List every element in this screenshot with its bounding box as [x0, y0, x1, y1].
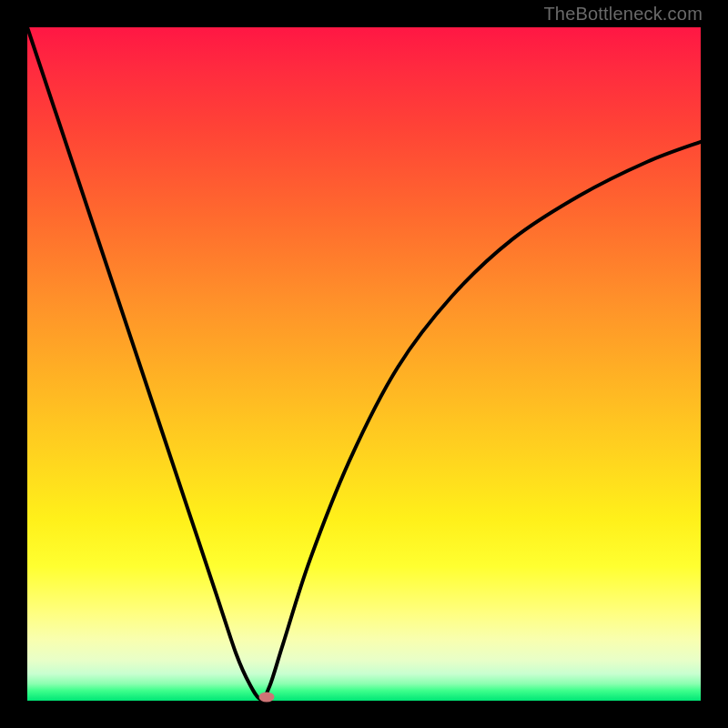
bottleneck-curve	[27, 27, 701, 700]
watermark-text: TheBottleneck.com	[543, 4, 703, 25]
optimum-marker	[258, 692, 274, 702]
plot-area	[27, 27, 701, 701]
chart-frame: TheBottleneck.com	[0, 0, 728, 728]
curve-svg	[27, 27, 701, 701]
